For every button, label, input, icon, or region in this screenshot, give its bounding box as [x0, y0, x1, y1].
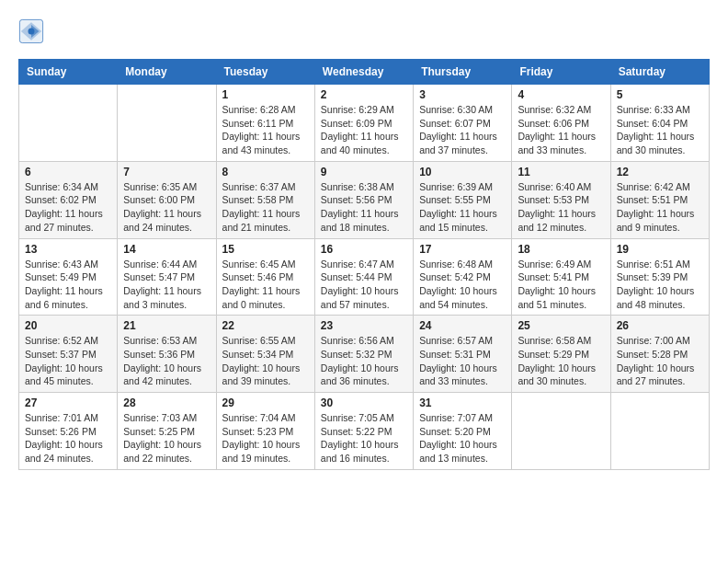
calendar-cell: 15Sunrise: 6:45 AM Sunset: 5:46 PM Dayli…	[216, 238, 314, 316]
day-number: 1	[222, 88, 309, 101]
day-info: Sunrise: 6:51 AM Sunset: 5:39 PM Dayligh…	[617, 258, 703, 312]
calendar-week-0: 1Sunrise: 6:28 AM Sunset: 6:11 PM Daylig…	[19, 85, 710, 162]
day-number: 27	[25, 396, 111, 409]
day-info: Sunrise: 6:39 AM Sunset: 5:55 PM Dayligh…	[419, 180, 506, 235]
day-number: 26	[617, 319, 703, 332]
day-info: Sunrise: 6:55 AM Sunset: 5:34 PM Dayligh…	[222, 334, 309, 388]
calendar-cell: 23Sunrise: 6:56 AM Sunset: 5:32 PM Dayli…	[314, 316, 413, 393]
calendar-week-4: 27Sunrise: 7:01 AM Sunset: 5:26 PM Dayli…	[19, 393, 710, 470]
day-info: Sunrise: 6:34 AM Sunset: 6:02 PM Dayligh…	[25, 180, 111, 235]
calendar-cell: 7Sunrise: 6:35 AM Sunset: 6:00 PM Daylig…	[118, 161, 216, 238]
calendar-week-3: 20Sunrise: 6:52 AM Sunset: 5:37 PM Dayli…	[19, 316, 710, 393]
day-info: Sunrise: 6:33 AM Sunset: 6:04 PM Dayligh…	[617, 103, 703, 157]
calendar-cell: 18Sunrise: 6:49 AM Sunset: 5:41 PM Dayli…	[512, 238, 610, 316]
day-number: 22	[222, 319, 309, 332]
day-info: Sunrise: 6:32 AM Sunset: 6:06 PM Dayligh…	[518, 103, 604, 157]
calendar-week-1: 6Sunrise: 6:34 AM Sunset: 6:02 PM Daylig…	[19, 161, 710, 238]
calendar-cell: 29Sunrise: 7:04 AM Sunset: 5:23 PM Dayli…	[216, 393, 314, 470]
day-info: Sunrise: 6:56 AM Sunset: 5:32 PM Dayligh…	[321, 334, 407, 388]
day-info: Sunrise: 6:58 AM Sunset: 5:29 PM Dayligh…	[518, 334, 604, 388]
day-number: 24	[419, 319, 506, 332]
weekday-header-sunday: Sunday	[19, 60, 118, 85]
day-number: 5	[617, 88, 703, 101]
day-number: 6	[25, 166, 111, 178]
calendar-body: 1Sunrise: 6:28 AM Sunset: 6:11 PM Daylig…	[19, 85, 710, 470]
day-info: Sunrise: 6:48 AM Sunset: 5:42 PM Dayligh…	[419, 258, 506, 312]
day-number: 18	[518, 243, 604, 256]
calendar-cell: 12Sunrise: 6:42 AM Sunset: 5:51 PM Dayli…	[610, 161, 709, 238]
day-number: 14	[123, 243, 210, 256]
day-number: 30	[321, 396, 407, 409]
header-row: SundayMondayTuesdayWednesdayThursdayFrid…	[19, 60, 710, 85]
calendar-header: SundayMondayTuesdayWednesdayThursdayFrid…	[19, 60, 710, 85]
day-number: 20	[25, 319, 111, 332]
calendar-cell: 4Sunrise: 6:32 AM Sunset: 6:06 PM Daylig…	[512, 85, 610, 162]
day-number: 8	[222, 166, 309, 178]
day-number: 12	[617, 166, 703, 178]
day-info: Sunrise: 6:35 AM Sunset: 6:00 PM Dayligh…	[123, 180, 210, 235]
day-info: Sunrise: 6:30 AM Sunset: 6:07 PM Dayligh…	[419, 103, 506, 157]
day-info: Sunrise: 7:07 AM Sunset: 5:20 PM Dayligh…	[419, 411, 506, 465]
weekday-header-wednesday: Wednesday	[314, 60, 413, 85]
day-number: 9	[321, 166, 407, 178]
day-number: 15	[222, 243, 309, 256]
calendar-cell: 11Sunrise: 6:40 AM Sunset: 5:53 PM Dayli…	[512, 161, 610, 238]
day-info: Sunrise: 6:47 AM Sunset: 5:44 PM Dayligh…	[321, 258, 407, 312]
day-number: 25	[518, 319, 604, 332]
day-info: Sunrise: 7:00 AM Sunset: 5:28 PM Dayligh…	[617, 334, 703, 388]
day-number: 16	[321, 243, 407, 256]
calendar-cell: 14Sunrise: 6:44 AM Sunset: 5:47 PM Dayli…	[118, 238, 216, 316]
calendar-cell: 21Sunrise: 6:53 AM Sunset: 5:36 PM Dayli…	[118, 316, 216, 393]
calendar-cell: 17Sunrise: 6:48 AM Sunset: 5:42 PM Dayli…	[414, 238, 512, 316]
weekday-header-monday: Monday	[118, 60, 216, 85]
day-number: 3	[419, 88, 506, 101]
day-number: 21	[123, 319, 210, 332]
calendar-cell	[610, 393, 709, 470]
day-info: Sunrise: 6:53 AM Sunset: 5:36 PM Dayligh…	[123, 334, 210, 388]
day-number: 13	[25, 243, 111, 256]
day-info: Sunrise: 6:57 AM Sunset: 5:31 PM Dayligh…	[419, 334, 506, 388]
calendar-cell: 3Sunrise: 6:30 AM Sunset: 6:07 PM Daylig…	[414, 85, 512, 162]
day-info: Sunrise: 6:38 AM Sunset: 5:56 PM Dayligh…	[321, 180, 407, 235]
day-info: Sunrise: 6:28 AM Sunset: 6:11 PM Dayligh…	[222, 103, 309, 157]
calendar-cell: 9Sunrise: 6:38 AM Sunset: 5:56 PM Daylig…	[314, 161, 413, 238]
day-info: Sunrise: 6:37 AM Sunset: 5:58 PM Dayligh…	[222, 180, 309, 235]
day-number: 23	[321, 319, 407, 332]
calendar-cell: 20Sunrise: 6:52 AM Sunset: 5:37 PM Dayli…	[19, 316, 118, 393]
day-info: Sunrise: 7:04 AM Sunset: 5:23 PM Dayligh…	[222, 411, 309, 465]
calendar-cell: 1Sunrise: 6:28 AM Sunset: 6:11 PM Daylig…	[216, 85, 314, 162]
calendar-cell	[118, 85, 216, 162]
day-info: Sunrise: 7:01 AM Sunset: 5:26 PM Dayligh…	[25, 411, 111, 465]
calendar-cell: 30Sunrise: 7:05 AM Sunset: 5:22 PM Dayli…	[314, 393, 413, 470]
day-number: 11	[518, 166, 604, 178]
calendar-cell: 28Sunrise: 7:03 AM Sunset: 5:25 PM Dayli…	[118, 393, 216, 470]
logo-icon	[18, 18, 44, 44]
day-number: 7	[123, 166, 210, 178]
day-info: Sunrise: 6:42 AM Sunset: 5:51 PM Dayligh…	[617, 180, 703, 235]
calendar-cell: 10Sunrise: 6:39 AM Sunset: 5:55 PM Dayli…	[414, 161, 512, 238]
day-info: Sunrise: 6:40 AM Sunset: 5:53 PM Dayligh…	[518, 180, 604, 235]
calendar-cell	[512, 393, 610, 470]
logo	[18, 18, 48, 44]
day-info: Sunrise: 6:44 AM Sunset: 5:47 PM Dayligh…	[123, 258, 210, 312]
calendar-cell: 22Sunrise: 6:55 AM Sunset: 5:34 PM Dayli…	[216, 316, 314, 393]
day-number: 4	[518, 88, 604, 101]
day-info: Sunrise: 7:05 AM Sunset: 5:22 PM Dayligh…	[321, 411, 407, 465]
day-number: 29	[222, 396, 309, 409]
calendar-cell: 25Sunrise: 6:58 AM Sunset: 5:29 PM Dayli…	[512, 316, 610, 393]
day-info: Sunrise: 6:43 AM Sunset: 5:49 PM Dayligh…	[25, 258, 111, 312]
page-header	[18, 18, 710, 44]
day-info: Sunrise: 6:45 AM Sunset: 5:46 PM Dayligh…	[222, 258, 309, 312]
calendar-cell: 27Sunrise: 7:01 AM Sunset: 5:26 PM Dayli…	[19, 393, 118, 470]
calendar-cell: 19Sunrise: 6:51 AM Sunset: 5:39 PM Dayli…	[610, 238, 709, 316]
day-number: 31	[419, 396, 506, 409]
weekday-header-tuesday: Tuesday	[216, 60, 314, 85]
day-number: 17	[419, 243, 506, 256]
calendar-cell: 8Sunrise: 6:37 AM Sunset: 5:58 PM Daylig…	[216, 161, 314, 238]
calendar-cell: 16Sunrise: 6:47 AM Sunset: 5:44 PM Dayli…	[314, 238, 413, 316]
calendar-cell: 5Sunrise: 6:33 AM Sunset: 6:04 PM Daylig…	[610, 85, 709, 162]
day-number: 10	[419, 166, 506, 178]
day-info: Sunrise: 6:52 AM Sunset: 5:37 PM Dayligh…	[25, 334, 111, 388]
calendar-cell	[19, 85, 118, 162]
day-number: 28	[123, 396, 210, 409]
